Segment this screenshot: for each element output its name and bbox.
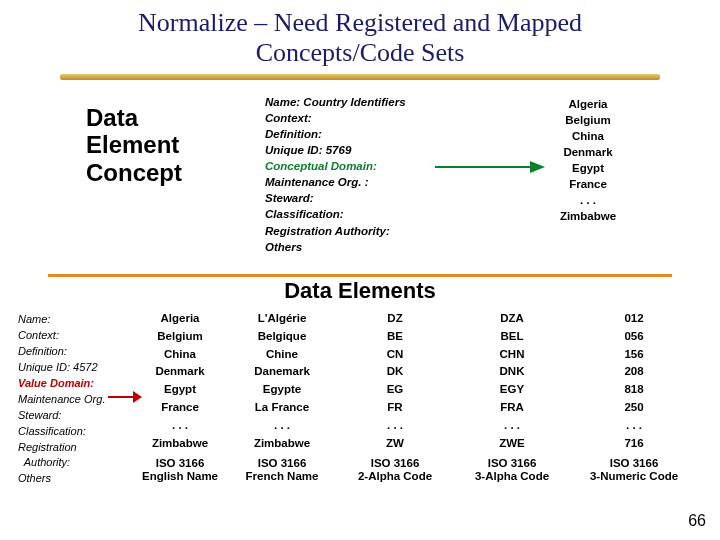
cell: Chine: [226, 346, 338, 364]
title-line-2: Concepts/Code Sets: [0, 38, 720, 68]
vd-field: Definition:: [18, 344, 128, 360]
cell: Egypt: [134, 381, 226, 399]
col-footer-line: 2-Alpha Code: [338, 470, 452, 484]
cell: FR: [338, 399, 452, 417]
cell: 250: [572, 399, 696, 417]
vd-field: Registration: [18, 440, 128, 456]
cell: Danemark: [226, 363, 338, 381]
cell: France: [134, 399, 226, 417]
table-col-alpha3: DZA BEL CHN DNK EGY FRA . . . ZWE ISO 31…: [452, 310, 572, 484]
vd-field: Others: [18, 471, 128, 487]
cell: DK: [338, 363, 452, 381]
vd-field: Context:: [18, 328, 128, 344]
cell: La France: [226, 399, 338, 417]
dec-field: Registration Authority:: [265, 223, 465, 239]
cell: 716: [572, 435, 696, 453]
cell: ZWE: [452, 435, 572, 453]
col-footer-line: ISO 3166: [338, 457, 452, 471]
cell: ZW: [338, 435, 452, 453]
col-footer-line: 3-Numeric Code: [572, 470, 696, 484]
country-item: China: [548, 128, 628, 144]
cell: DNK: [452, 363, 572, 381]
cell: DZ: [338, 310, 452, 328]
title-line-1: Normalize – Need Registered and Mapped: [0, 8, 720, 38]
country-item: . . .: [548, 192, 628, 208]
cell: Egypte: [226, 381, 338, 399]
vd-field: Classification:: [18, 424, 128, 440]
country-item: Belgium: [548, 112, 628, 128]
cell: . . .: [338, 417, 452, 435]
arrow-right-icon: [108, 388, 142, 406]
svg-marker-1: [530, 161, 545, 173]
slide-title: Normalize – Need Registered and Mapped C…: [0, 0, 720, 68]
country-domain-list: Algeria Belgium China Denmark Egypt Fran…: [548, 96, 628, 225]
col-footer: ISO 3166 2-Alpha Code: [338, 457, 452, 485]
dec-field: Definition:: [265, 126, 465, 142]
cell: Belgique: [226, 328, 338, 346]
table-col-english: Algeria Belgium China Denmark Egypt Fran…: [134, 310, 226, 484]
cell: CHN: [452, 346, 572, 364]
vd-field: Name:: [18, 312, 128, 328]
dec-line-3: Concept: [86, 159, 182, 187]
page-number: 66: [688, 512, 706, 530]
cell: 156: [572, 346, 696, 364]
dec-field: Others: [265, 239, 465, 255]
cell: 056: [572, 328, 696, 346]
dec-field: Context:: [265, 110, 465, 126]
col-footer: ISO 3166 French Name: [226, 457, 338, 485]
dec-field: Name: Country Identifiers: [265, 94, 465, 110]
top-section: Data Element Concept Name: Country Ident…: [0, 94, 720, 269]
cell: DZA: [452, 310, 572, 328]
cell: BEL: [452, 328, 572, 346]
cell: . . .: [572, 417, 696, 435]
col-footer-line: French Name: [226, 470, 338, 484]
cell: . . .: [134, 417, 226, 435]
cell: 818: [572, 381, 696, 399]
dec-field: Steward:: [265, 190, 465, 206]
svg-marker-3: [133, 391, 142, 403]
col-footer-line: ISO 3166: [226, 457, 338, 471]
col-footer: ISO 3166 English Name: [134, 457, 226, 485]
cell: FRA: [452, 399, 572, 417]
cell: CN: [338, 346, 452, 364]
arrow-right-icon: [435, 152, 545, 182]
country-item: Denmark: [548, 144, 628, 160]
vd-field: Authority:: [18, 455, 128, 471]
country-item: Egypt: [548, 160, 628, 176]
cell: BE: [338, 328, 452, 346]
dec-line-1: Data: [86, 104, 182, 132]
col-footer-line: ISO 3166: [452, 457, 572, 471]
col-footer: ISO 3166 3-Alpha Code: [452, 457, 572, 485]
col-footer: ISO 3166 3-Numeric Code: [572, 457, 696, 485]
country-item: Algeria: [548, 96, 628, 112]
cell: L'Algérie: [226, 310, 338, 328]
col-footer-line: ISO 3166: [134, 457, 226, 471]
dec-field: Classification:: [265, 206, 465, 222]
cell: China: [134, 346, 226, 364]
vd-field: Steward:: [18, 408, 128, 424]
country-item: France: [548, 176, 628, 192]
table-col-numeric: 012 056 156 208 818 250 . . . 716 ISO 31…: [572, 310, 696, 484]
cell: EGY: [452, 381, 572, 399]
col-footer-line: ISO 3166: [572, 457, 696, 471]
cell: Algeria: [134, 310, 226, 328]
table-columns: Algeria Belgium China Denmark Egypt Fran…: [134, 310, 696, 484]
cell: EG: [338, 381, 452, 399]
country-item: Zimbabwe: [548, 208, 628, 224]
table-col-alpha2: DZ BE CN DK EG FR . . . ZW ISO 3166 2-Al…: [338, 310, 452, 484]
cell: Zimbabwe: [134, 435, 226, 453]
cell: . . .: [226, 417, 338, 435]
cell: 012: [572, 310, 696, 328]
title-underline: [60, 74, 660, 80]
cell: 208: [572, 363, 696, 381]
dec-line-2: Element: [86, 131, 182, 159]
cell: . . .: [452, 417, 572, 435]
cell: Denmark: [134, 363, 226, 381]
data-element-concept-label: Data Element Concept: [86, 104, 182, 187]
table-col-french: L'Algérie Belgique Chine Danemark Egypte…: [226, 310, 338, 484]
cell: Zimbabwe: [226, 435, 338, 453]
vd-field: Unique ID: 4572: [18, 360, 128, 376]
data-elements-heading: Data Elements: [0, 278, 720, 304]
cell: Belgium: [134, 328, 226, 346]
col-footer-line: English Name: [134, 470, 226, 484]
